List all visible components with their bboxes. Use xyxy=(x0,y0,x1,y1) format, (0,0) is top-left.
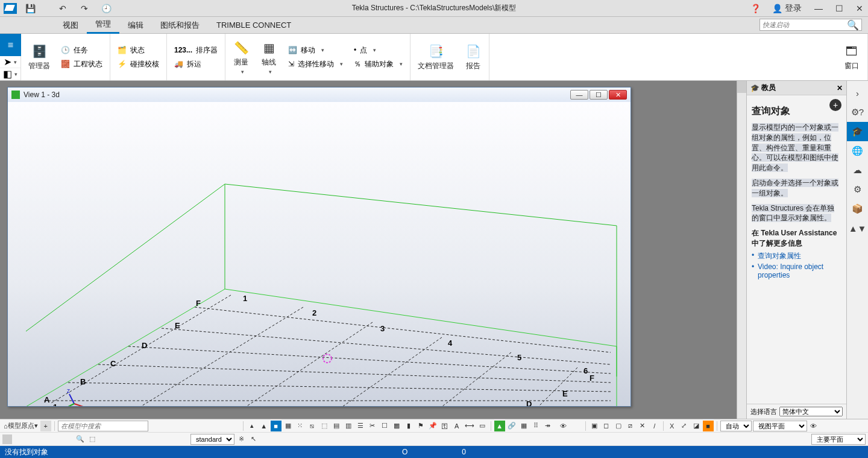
user-login[interactable]: 👤 登录 xyxy=(767,0,807,16)
expand-icon[interactable]: › xyxy=(847,83,869,103)
ico-dots[interactable]: ⁙ xyxy=(295,421,306,431)
task-button[interactable]: 🕒任务 xyxy=(61,45,102,56)
ico-sq1[interactable]: ▣ xyxy=(589,421,600,431)
link-video-inquire[interactable]: Video: Inquire object properties xyxy=(758,262,841,279)
status-button[interactable]: 🗂️状态 xyxy=(118,45,159,56)
ico-flag[interactable]: ⚑ xyxy=(415,421,426,431)
add-icon[interactable]: + xyxy=(829,99,841,111)
vertical-scrollbar[interactable] xyxy=(737,81,746,419)
doc-manager-button[interactable]: 📑文档管理器 xyxy=(418,43,454,71)
model-search-input[interactable] xyxy=(58,421,148,431)
origin-dropdown[interactable]: ⌂模型原点 ▾ xyxy=(2,421,39,431)
view-max-button[interactable]: ☐ xyxy=(590,90,608,100)
close-button[interactable]: ✕ xyxy=(851,0,868,16)
job-status-button[interactable]: 🧱工程状态 xyxy=(61,59,102,69)
measure-button[interactable]: 📏测量▾ xyxy=(233,39,250,75)
ico-grid3[interactable]: ▩ xyxy=(391,421,402,431)
file-menu-button[interactable]: ≡ xyxy=(0,34,21,56)
education-icon[interactable]: 🎓 xyxy=(847,122,869,141)
side-close-icon[interactable]: ✕ xyxy=(837,84,843,92)
handle-icon[interactable] xyxy=(2,434,12,444)
ico-diag2[interactable]: ⧄ xyxy=(625,421,636,431)
ico-cursor2[interactable]: ↖ xyxy=(248,434,259,445)
ico-box[interactable]: ☐ xyxy=(379,421,390,431)
move-button[interactable]: ↔️移动▾ xyxy=(288,45,343,56)
help-icon[interactable]: ❓ xyxy=(747,0,764,16)
ico-eye2[interactable]: 👁 xyxy=(808,421,819,431)
maximize-button[interactable]: ☐ xyxy=(831,0,848,16)
undo-icon[interactable]: ↶ xyxy=(54,4,71,13)
ico-triangle[interactable]: ▲ xyxy=(259,421,269,431)
tab-trimble-connect[interactable]: TRIMBLE CONNECT xyxy=(208,18,300,32)
standard-select[interactable]: standard xyxy=(190,434,234,445)
ico-diag[interactable]: ⧅ xyxy=(307,421,318,431)
ico-pin[interactable]: 📌 xyxy=(427,421,438,431)
add-view-button[interactable]: + xyxy=(40,421,51,431)
marker-tool[interactable]: ◧▾ xyxy=(0,68,20,80)
sequencer-button[interactable]: 123...排序器 xyxy=(174,45,218,56)
ico-x2[interactable]: ⤢ xyxy=(679,421,690,431)
3d-canvas[interactable]: A B C D E F 1 2 3 4 5 6 E D xyxy=(8,102,631,406)
ico-arr2[interactable]: ↠ xyxy=(542,421,553,431)
cursor-tool[interactable]: ➤▾ xyxy=(0,56,20,68)
ico-x1[interactable]: X xyxy=(667,421,678,431)
save-icon[interactable]: 💾 xyxy=(22,4,39,13)
minimize-button[interactable]: — xyxy=(810,0,827,16)
shapes-icon[interactable]: ▲▼ xyxy=(847,218,869,238)
gear-help-icon[interactable]: ⚙? xyxy=(847,103,869,122)
manager-button[interactable]: 🗄️ 管理器 xyxy=(28,43,50,71)
select-rect-icon[interactable]: ⬚ xyxy=(87,434,98,445)
ico-lines[interactable]: ☰ xyxy=(355,421,366,431)
report-button[interactable]: 📄报告 xyxy=(465,43,482,71)
lang-select[interactable]: 简体中文 xyxy=(779,407,843,416)
window-button[interactable]: 🗔窗口 xyxy=(843,43,860,71)
view-window-titlebar[interactable]: View 1 - 3d — ☐ ✕ xyxy=(8,87,631,102)
ico-pts[interactable]: ⠿ xyxy=(530,421,541,431)
ico-orange[interactable]: ■ xyxy=(703,421,714,431)
selective-move-button[interactable]: ⇲选择性移动▾ xyxy=(288,59,343,69)
view-plane-select[interactable]: 视图平面 xyxy=(753,421,807,431)
ico-sq3[interactable]: ▢ xyxy=(613,421,624,431)
ico-grid2[interactable]: ▤ xyxy=(331,421,342,431)
auto-select[interactable]: 自动 xyxy=(720,421,752,431)
view-min-button[interactable]: — xyxy=(570,90,588,100)
search-icon-2[interactable]: 🔍 xyxy=(75,434,86,445)
tab-edit[interactable]: 编辑 xyxy=(119,17,152,33)
ico-cut[interactable]: ✂ xyxy=(367,421,378,431)
history-icon[interactable]: 🕘 xyxy=(98,4,115,13)
ico-a[interactable]: A xyxy=(451,421,462,431)
ico-grid1[interactable]: ▦ xyxy=(283,421,294,431)
ico-slash[interactable]: / xyxy=(649,421,660,431)
cloud-icon[interactable]: ☁ xyxy=(847,161,869,180)
grid-button[interactable]: ▦轴线▾ xyxy=(260,39,277,75)
redo-icon[interactable]: ↷ xyxy=(76,4,93,13)
ico-green[interactable]: ▲ xyxy=(494,421,505,431)
quick-launch[interactable]: 🔍 xyxy=(760,19,862,31)
ico-cross[interactable]: ✕ xyxy=(637,421,648,431)
quick-launch-input[interactable] xyxy=(763,21,847,28)
aux-object-button[interactable]: ％辅助对象▾ xyxy=(354,59,403,69)
globe-icon[interactable]: 🌐 xyxy=(847,141,869,161)
ico-layers[interactable]: ▭ xyxy=(477,421,488,431)
ico-x3[interactable]: ◪ xyxy=(691,421,702,431)
ico-dim[interactable]: ⟷ xyxy=(464,421,476,431)
point-button[interactable]: •点▾ xyxy=(354,45,403,56)
main-plane-select[interactable]: 主要平面 xyxy=(811,434,866,445)
settings-icon[interactable]: ⚙ xyxy=(847,180,869,199)
ico-sq2[interactable]: ◻ xyxy=(601,421,612,431)
tab-view[interactable]: 视图 xyxy=(54,17,87,33)
ico-square-active[interactable]: ■ xyxy=(271,421,281,431)
ico-arrow[interactable]: ▴ xyxy=(247,421,257,431)
ico-key[interactable]: ⚿ xyxy=(439,421,450,431)
tab-manage[interactable]: 管理 xyxy=(87,16,119,34)
dismantle-button[interactable]: 🚚拆运 xyxy=(174,59,218,69)
ico-cube[interactable]: ⬚ xyxy=(319,421,330,431)
ico-grid4[interactable]: ▦ xyxy=(518,421,529,431)
link-inquire-properties[interactable]: 查询对象属性 xyxy=(758,251,841,261)
ico-gantt[interactable]: ▥ xyxy=(343,421,354,431)
ico-eye1[interactable]: 👁 xyxy=(558,421,569,431)
clash-check-button[interactable]: ⚡碰撞校核 xyxy=(118,59,159,69)
ico-hash[interactable]: ※ xyxy=(236,434,247,445)
ico-link[interactable]: 🔗 xyxy=(506,421,517,431)
view-close-button[interactable]: ✕ xyxy=(609,90,627,100)
